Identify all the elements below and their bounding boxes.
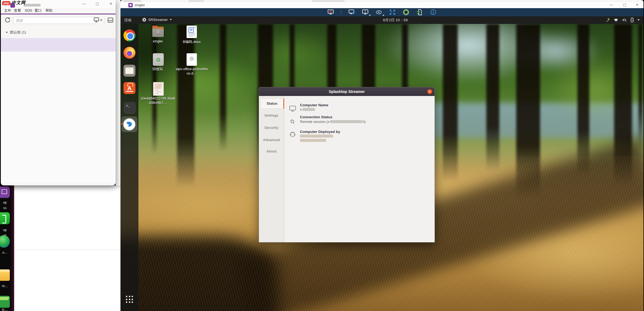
- tree-trunk: [486, 24, 499, 171]
- system-tray[interactable]: [605, 17, 640, 22]
- redacted-strip: [188, 0, 204, 2]
- app-menu[interactable]: SRStreamer: [142, 18, 172, 22]
- device-list-empty: [1, 52, 116, 183]
- connection-status-icon: [289, 118, 296, 125]
- maximize-button[interactable]: ▢: [93, 1, 101, 7]
- remote-close-button[interactable]: ✕: [633, 2, 641, 8]
- remote-titlebar[interactable]: xinglei — ▢ ✕: [120, 2, 643, 8]
- chrome-icon[interactable]: [123, 29, 135, 41]
- trash-icon[interactable]: ♻: [153, 53, 164, 66]
- row-label: Computer Deployed by: [300, 130, 340, 134]
- redacted-computer-name: [302, 108, 315, 111]
- volume-muted-icon: [622, 18, 627, 22]
- desktop-icon-label[interactable]: xinglei: [140, 39, 175, 43]
- tab-settings[interactable]: Settings: [259, 113, 284, 117]
- terminal-icon[interactable]: >_: [124, 102, 135, 114]
- wifi-icon: [614, 18, 618, 22]
- session-indicator-icon[interactable]: [403, 9, 409, 15]
- dropdown-corner: [369, 14, 370, 16]
- image-file-icon[interactable]: [153, 82, 164, 96]
- deployed-by-icon: [289, 131, 296, 138]
- streamer-tray-icon: [605, 18, 610, 22]
- chevron-down-icon: [170, 19, 172, 20]
- menu-help[interactable]: 帮助: [45, 8, 52, 14]
- redacted-strip: [312, 0, 345, 2]
- battery-icon: [630, 17, 634, 22]
- divider: [14, 250, 120, 250]
- host-app-icon-green[interactable]: [0, 212, 10, 224]
- refresh-icon[interactable]: [4, 17, 11, 23]
- redacted-strip: [123, 0, 141, 2]
- tab-advanced[interactable]: Advanced: [259, 138, 284, 142]
- running-indicator-dot: [121, 123, 123, 125]
- monitor-1-icon[interactable]: 1: [362, 9, 369, 15]
- fullscreen-icon[interactable]: [389, 9, 396, 15]
- menu-file[interactable]: 文件: [4, 8, 11, 14]
- desktop-icon-label[interactable]: wps-office-prometheus.d…: [175, 67, 209, 76]
- activities-button[interactable]: 活动: [124, 18, 131, 23]
- remote-session-window: xinglei — ▢ ✕ 1: [120, 0, 643, 311]
- menu-window[interactable]: 窗口: [35, 8, 42, 14]
- monitor-select-icon[interactable]: [94, 17, 100, 23]
- streamer-titlebar[interactable]: Splashtop Streamer: [259, 87, 435, 96]
- background-gap: [116, 0, 120, 185]
- tab-status[interactable]: Status: [260, 98, 284, 109]
- collapse-icon[interactable]: [6, 32, 8, 33]
- host-icon-label: o…: [0, 251, 11, 254]
- toolbar-separator: [341, 10, 341, 15]
- svg-text:1: 1: [364, 10, 366, 13]
- docx-file-icon[interactable]: W: [187, 26, 197, 38]
- chevron-down-icon[interactable]: [100, 20, 102, 21]
- inbox-icon[interactable]: [107, 17, 114, 23]
- host-icon-label: re…: [0, 284, 11, 288]
- home-folder-icon[interactable]: ⌂: [152, 27, 164, 37]
- redacted-deployer-line2: [300, 139, 326, 142]
- cn-client-window: — ▢ ✕ 文件 查看 SOS 窗口 帮助 默认组 (1) Linux ↔: [1, 0, 116, 185]
- splashtop-dock-icon[interactable]: [123, 118, 135, 130]
- desktop-icon-label[interactable]: 回收站: [140, 67, 175, 71]
- row-label: Computer Name: [300, 103, 328, 107]
- remote-maximize-button[interactable]: ▢: [621, 2, 629, 8]
- disconnect-icon[interactable]: [327, 9, 334, 15]
- menu-view[interactable]: 查看: [14, 8, 21, 14]
- switch-monitor-icon[interactable]: [348, 9, 355, 15]
- app-grid-icon[interactable]: [126, 296, 134, 303]
- host-icon-label: op: [0, 228, 11, 232]
- tab-security[interactable]: Security: [259, 126, 284, 130]
- minimize-button[interactable]: —: [80, 1, 88, 7]
- firefox-icon[interactable]: [123, 47, 135, 59]
- host-folder-icon[interactable]: [0, 269, 10, 281]
- host-app-icon-box[interactable]: [0, 296, 10, 308]
- device-list-item[interactable]: Linux ↔: [1, 38, 116, 52]
- desktop-icon-label[interactable]: B编码.docx: [174, 40, 209, 44]
- watermark: php 中文网: [2, 0, 26, 6]
- app-menu-label: SRStreamer: [148, 18, 168, 22]
- row-value: x: [300, 107, 315, 111]
- streamer-close-button[interactable]: ✕: [427, 89, 432, 94]
- redacted-window-title: [24, 4, 41, 7]
- file-transfer-session-icon[interactable]: [416, 9, 423, 15]
- menu-sos[interactable]: SOS: [25, 8, 32, 14]
- ubuntu-topbar: 活动 SRStreamer 8月2日 10：58: [120, 16, 643, 24]
- search-input[interactable]: [13, 17, 96, 24]
- ubuntu-software-icon[interactable]: A: [123, 82, 135, 94]
- remote-minimize-button[interactable]: —: [607, 2, 615, 8]
- info-icon[interactable]: [430, 9, 436, 15]
- computer-name-icon: [289, 105, 296, 112]
- view-options-icon[interactable]: [376, 9, 382, 15]
- redacted-deployer-line1: [300, 135, 333, 138]
- session-toolbar: 1: [120, 8, 643, 16]
- clock[interactable]: 8月2日 10：58: [383, 18, 408, 23]
- tab-about[interactable]: About: [259, 149, 284, 153]
- close-button[interactable]: ✕: [107, 1, 115, 7]
- host-app-icon-purple[interactable]: [0, 186, 10, 198]
- dock: A >_: [120, 24, 138, 311]
- host-icon-label: op: [0, 201, 11, 204]
- files-icon[interactable]: [123, 65, 135, 77]
- splashtop-app-icon: [128, 3, 133, 7]
- group-header[interactable]: 默认组 (1): [1, 29, 116, 36]
- wps-file-icon[interactable]: ⚙: [187, 53, 197, 66]
- desktop-icon-label[interactable]: 10e4d64022749-38a6d38cf4b7…: [140, 96, 176, 105]
- srstreamer-icon: [142, 18, 146, 22]
- watermark-php: php: [2, 1, 10, 5]
